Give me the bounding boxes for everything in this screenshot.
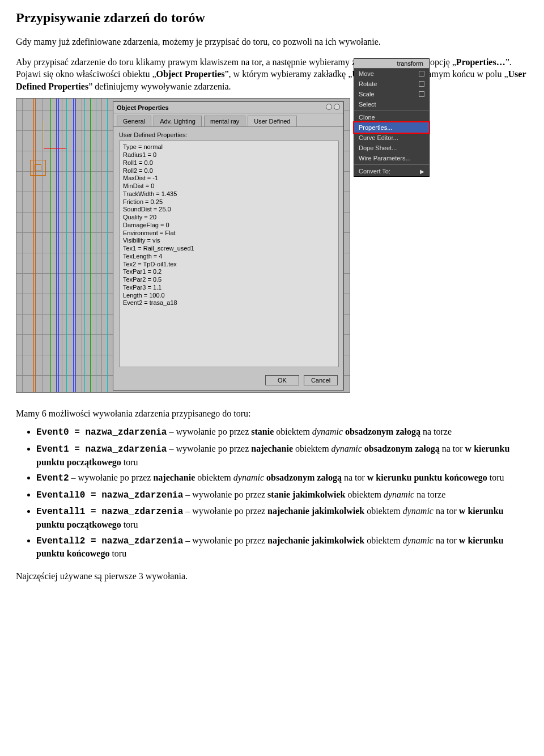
ctx-item-dope-sheet[interactable]: Dope Sheet... <box>354 143 429 153</box>
cancel-button[interactable]: Cancel <box>304 375 338 385</box>
checkbox-icon <box>419 91 424 97</box>
p2d: Object Properties <box>156 69 225 79</box>
p2e: ”, w którym wybieramy zakładkę „ <box>225 69 352 79</box>
ctx-item-convert-to[interactable]: Convert To:▶ <box>354 166 429 176</box>
bullet-event0: Event0 = nazwa_zdarzenia – wywołanie po … <box>36 426 528 439</box>
user-defined-properties-textarea[interactable]: Type = normal Radius1 = 0 Roll1 = 0.0 Ro… <box>119 141 339 367</box>
bullet-event2: Event2 – wywołanie po przez najechanie o… <box>36 472 528 485</box>
bullet-eventall0: Eventall0 = nazwa_zdarzenia – wywołanie … <box>36 489 528 502</box>
p2b: Properties… <box>456 57 505 67</box>
tab-user-defined[interactable]: User Defined <box>248 116 296 126</box>
p2i: ” definiujemy wywoływanie zdarzenia. <box>88 82 231 91</box>
page-title: Przypisywanie zdarzeń do torów <box>16 10 528 26</box>
closing-paragraph: Najczęściej używane są pierwsze 3 wywoła… <box>16 571 528 581</box>
dialog-tabs: General Adv. Lighting mental ray User De… <box>113 113 343 127</box>
user-defined-label: User Defined Properties: <box>119 131 338 138</box>
dialog-title: Object Properties <box>117 104 169 111</box>
help-icon[interactable] <box>326 104 332 110</box>
ctx-item-properties[interactable]: Properties... <box>354 122 429 133</box>
chevron-right-icon: ▶ <box>420 168 424 175</box>
ctx-item-rotate[interactable]: Rotate <box>354 79 429 89</box>
intro-paragraph-2: Aby przypisać zdarzenie do toru klikamy … <box>16 56 528 93</box>
context-menu: Move Rotate Scale Select Clone Propertie… <box>354 69 429 176</box>
screenshot-right: transform Move Rotate Scale Select Clone… <box>354 58 430 177</box>
checkbox-icon <box>419 81 424 87</box>
ctx-item-clone[interactable]: Clone <box>354 112 429 122</box>
event-bullets: Event0 = nazwa_zdarzenia – wywołanie po … <box>36 426 528 559</box>
section-2-lead: Mamy 6 możliwości wywołania zdarzenia pr… <box>16 409 528 419</box>
ctx-item-scale[interactable]: Scale <box>354 89 429 99</box>
ok-button[interactable]: OK <box>265 375 299 385</box>
bullet-eventall1: Eventall1 = nazwa_zdarzenia – wywołanie … <box>36 505 528 530</box>
context-menu-header: transform <box>354 59 429 69</box>
ctx-item-move[interactable]: Move <box>354 69 429 79</box>
viewport-3d: Object Properties General Adv. Lighting … <box>16 98 350 393</box>
tab-general[interactable]: General <box>117 116 151 126</box>
object-properties-dialog: Object Properties General Adv. Lighting … <box>113 101 344 390</box>
checkbox-icon <box>419 71 424 77</box>
dialog-titlebar[interactable]: Object Properties <box>113 102 343 113</box>
bullet-eventall2: Eventall2 = nazwa_zdarzenia – wywołanie … <box>36 534 528 560</box>
ctx-item-curve-editor[interactable]: Curve Editor... <box>354 133 429 143</box>
tab-mental-ray[interactable]: mental ray <box>204 116 245 126</box>
intro-paragraph-1: Gdy mamy już zdefiniowane zdarzenia, moż… <box>16 36 528 48</box>
screenshot-left: Object Properties General Adv. Lighting … <box>16 98 350 393</box>
tab-adv-lighting[interactable]: Adv. Lighting <box>154 116 202 126</box>
close-icon[interactable] <box>334 104 340 110</box>
bullet-event1: Event1 = nazwa_zdarzenia – wywołanie po … <box>36 443 528 468</box>
ctx-item-select[interactable]: Select <box>354 99 429 109</box>
ctx-item-wire-parameters[interactable]: Wire Parameters... <box>354 153 429 163</box>
dialog-window-buttons[interactable] <box>324 104 340 111</box>
